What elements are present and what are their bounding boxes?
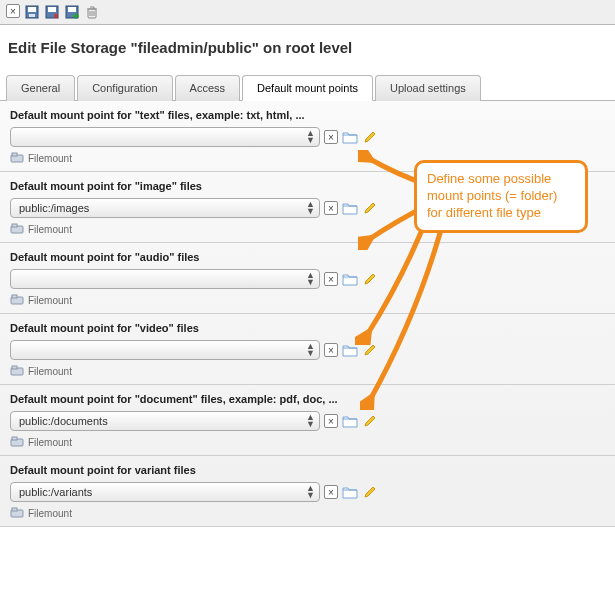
section-label: Default mount point for "text" files, ex… [10,109,605,121]
mount-select[interactable]: ▲▼ [10,269,320,289]
filemount-label: Filemount [28,153,72,164]
mount-select[interactable]: public:/variants ▲▼ [10,482,320,502]
folder-browse-icon[interactable] [342,129,358,145]
clear-icon[interactable]: × [324,343,338,357]
folder-browse-icon[interactable] [342,271,358,287]
edit-pencil-icon[interactable] [362,129,378,145]
callout-line: Define some possible [427,171,575,188]
filemount-link[interactable]: Filemount [10,293,605,307]
callout-line: for different file type [427,205,575,222]
tab-configuration[interactable]: Configuration [77,75,172,101]
select-arrows-icon: ▲▼ [306,485,315,499]
mount-select[interactable]: public:/images ▲▼ [10,198,320,218]
tab-upload-settings[interactable]: Upload settings [375,75,481,101]
filemount-icon [10,435,24,449]
input-row: public:/documents ▲▼ × [10,411,605,431]
section-label: Default mount point for "video" files [10,322,605,334]
svg-rect-17 [12,437,17,440]
section-label: Default mount point for "document" files… [10,393,605,405]
svg-rect-2 [29,14,35,17]
mount-select[interactable]: ▲▼ [10,340,320,360]
edit-pencil-icon[interactable] [362,271,378,287]
page-title: Edit File Storage "fileadmin/public" on … [0,25,615,74]
select-arrows-icon: ▲▼ [306,414,315,428]
svg-rect-15 [12,366,17,369]
select-value: public:/images [19,202,89,214]
clear-icon[interactable]: × [324,272,338,286]
edit-pencil-icon[interactable] [362,484,378,500]
edit-pencil-icon[interactable] [362,342,378,358]
edit-pencil-icon[interactable] [362,413,378,429]
mount-section: Default mount point for "audio" files ▲▼… [0,243,615,314]
folder-browse-icon[interactable] [342,484,358,500]
save-close-icon[interactable] [44,4,60,20]
tab-general[interactable]: General [6,75,75,101]
mount-section: Default mount point for "document" files… [0,385,615,456]
input-row: public:/variants ▲▼ × [10,482,605,502]
filemount-icon [10,293,24,307]
clear-icon[interactable]: × [324,201,338,215]
clear-icon[interactable]: × [324,130,338,144]
filemount-icon [10,506,24,520]
mount-select[interactable]: ▲▼ [10,127,320,147]
select-arrows-icon: ▲▼ [306,343,315,357]
select-arrows-icon: ▲▼ [306,130,315,144]
folder-browse-icon[interactable] [342,200,358,216]
select-value: public:/documents [19,415,108,427]
clear-icon[interactable]: × [324,485,338,499]
save-new-icon[interactable] [64,4,80,20]
filemount-icon [10,151,24,165]
filemount-label: Filemount [28,508,72,519]
section-label: Default mount point for variant files [10,464,605,476]
filemount-link[interactable]: Filemount [10,435,605,449]
section-label: Default mount point for "audio" files [10,251,605,263]
filemount-icon [10,364,24,378]
annotation-callout: Define some possible mount points (= fol… [414,160,588,233]
select-value: public:/variants [19,486,92,498]
tab-access[interactable]: Access [175,75,240,101]
close-icon[interactable]: × [6,4,20,18]
folder-browse-icon[interactable] [342,413,358,429]
svg-rect-11 [12,224,17,227]
edit-pencil-icon[interactable] [362,200,378,216]
svg-rect-1 [28,7,36,12]
filemount-icon [10,222,24,236]
svg-rect-9 [12,153,17,156]
delete-icon[interactable] [84,4,100,20]
svg-rect-4 [48,7,56,12]
tab-default-mount-points[interactable]: Default mount points [242,75,373,101]
svg-rect-19 [12,508,17,511]
tab-bar: General Configuration Access Default mou… [0,74,615,101]
clear-icon[interactable]: × [324,414,338,428]
filemount-link[interactable]: Filemount [10,364,605,378]
folder-browse-icon[interactable] [342,342,358,358]
filemount-label: Filemount [28,295,72,306]
filemount-label: Filemount [28,224,72,235]
svg-rect-6 [68,7,76,12]
select-arrows-icon: ▲▼ [306,201,315,215]
svg-rect-13 [12,295,17,298]
input-row: ▲▼ × [10,340,605,360]
top-toolbar: × [0,0,615,25]
save-icon[interactable] [24,4,40,20]
mount-section: Default mount point for "video" files ▲▼… [0,314,615,385]
mount-select[interactable]: public:/documents ▲▼ [10,411,320,431]
select-arrows-icon: ▲▼ [306,272,315,286]
input-row: ▲▼ × [10,127,605,147]
filemount-label: Filemount [28,437,72,448]
filemount-link[interactable]: Filemount [10,506,605,520]
mount-section: Default mount point for variant files pu… [0,456,615,527]
filemount-label: Filemount [28,366,72,377]
callout-line: mount points (= folder) [427,188,575,205]
input-row: ▲▼ × [10,269,605,289]
